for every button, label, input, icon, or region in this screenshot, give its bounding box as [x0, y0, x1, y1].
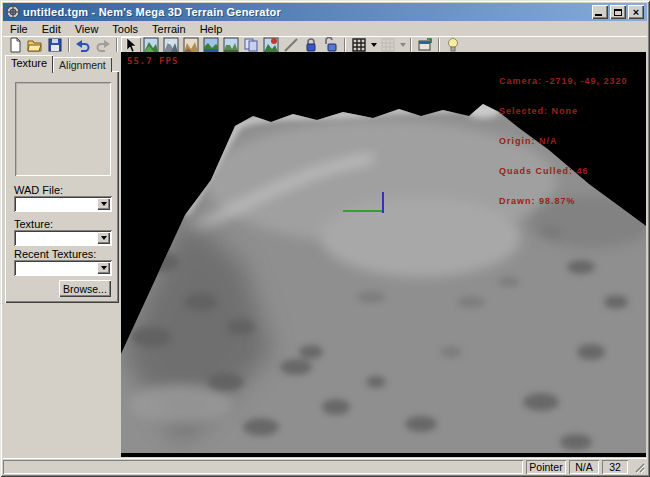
statusbar: Pointer N/A 32 [3, 458, 647, 474]
resize-grip[interactable] [633, 461, 645, 473]
app-window: untitled.tgm - Nem's Mega 3D Terrain Gen… [0, 0, 650, 477]
raise-terrain-button[interactable] [141, 37, 161, 54]
pointer-icon [123, 37, 139, 53]
canyon-terrain-button[interactable] [181, 37, 201, 54]
redo-button[interactable] [93, 37, 113, 54]
toolbar-separator [410, 38, 412, 52]
unlock-button[interactable] [321, 37, 341, 54]
menu-file[interactable]: File [3, 22, 35, 36]
lock-button[interactable] [301, 37, 321, 54]
titlebar[interactable]: untitled.tgm - Nem's Mega 3D Terrain Gen… [3, 3, 647, 21]
lighting-button[interactable] [443, 37, 463, 54]
texture-apply-icon [263, 37, 279, 53]
mountain-terrain-button[interactable] [161, 37, 181, 54]
close-button[interactable]: × [628, 5, 644, 19]
close-icon: × [633, 7, 639, 18]
recent-textures-value[interactable] [16, 262, 96, 274]
tab-alignment[interactable]: Alignment [53, 57, 112, 72]
toolbar-separator [68, 38, 70, 52]
texture-panel: Texture Alignment WAD File: Texture: Rec… [3, 53, 121, 458]
display-properties-icon [417, 37, 433, 53]
hud-selected: Selected: None [499, 106, 628, 116]
mountain-terrain-icon [163, 37, 179, 53]
canyon-terrain-icon [183, 37, 199, 53]
wad-file-value[interactable] [16, 198, 96, 210]
maximize-button[interactable] [610, 5, 626, 19]
new-file-icon [7, 37, 23, 53]
valley-terrain-button[interactable] [201, 37, 221, 54]
chevron-down-icon [371, 43, 377, 47]
chevron-down-icon [400, 43, 406, 47]
toolbar-separator [116, 38, 118, 52]
texture-tab-page: WAD File: Texture: Recent Textures: Brow… [5, 71, 119, 303]
maximize-icon [614, 9, 622, 16]
hud-origin: Origin: N/A [499, 136, 628, 146]
clone-tool-button[interactable] [241, 37, 261, 54]
status-bits-panel: 32 [602, 460, 628, 474]
menubar: File Edit View Tools Terrain Help [3, 21, 647, 36]
line-tool-icon [283, 37, 299, 53]
texture-preview [15, 82, 111, 176]
grid-icon [351, 37, 367, 53]
grid-dropdown-button[interactable] [369, 37, 378, 54]
unlock-icon [323, 37, 339, 53]
wad-file-dropdown-button[interactable] [97, 198, 110, 210]
panel-tabs: Texture Alignment [5, 55, 112, 72]
redo-icon [95, 37, 111, 53]
toolbar-separator [344, 38, 346, 52]
open-file-button[interactable] [25, 37, 45, 54]
texture-apply-button[interactable] [261, 37, 281, 54]
recent-textures-label: Recent Textures: [14, 248, 96, 260]
viewport-3d[interactable]: 55.7 FPS Camera: -2719, -49, 2320 Select… [121, 52, 646, 457]
display-properties-button[interactable] [415, 37, 435, 54]
subgrid-icon [380, 37, 396, 53]
status-message-panel [3, 460, 523, 474]
hud-quads-culled: Quads Culled: 46 [499, 166, 628, 176]
raise-terrain-icon [143, 37, 159, 53]
menu-terrain[interactable]: Terrain [145, 22, 193, 36]
fps-counter: 55.7 FPS [127, 56, 178, 66]
hud-camera: Camera: -2719, -49, 2320 [499, 76, 628, 86]
recent-textures-combobox[interactable] [14, 260, 112, 276]
plateau-terrain-button[interactable] [221, 37, 241, 54]
subgrid-button[interactable] [378, 37, 398, 54]
valley-terrain-icon [203, 37, 219, 53]
open-file-icon [27, 37, 43, 53]
chevron-down-icon [101, 202, 107, 206]
minimize-button[interactable] [592, 5, 608, 19]
browse-button[interactable]: Browse... [59, 280, 111, 297]
subgrid-dropdown-button[interactable] [398, 37, 407, 54]
toolbar [3, 36, 647, 53]
recent-textures-dropdown-button[interactable] [97, 262, 110, 274]
new-file-button[interactable] [5, 37, 25, 54]
menu-tools[interactable]: Tools [105, 22, 145, 36]
hud-drawn: Drawn: 98.87% [499, 196, 628, 206]
menu-help[interactable]: Help [193, 22, 230, 36]
line-tool-button[interactable] [281, 37, 301, 54]
texture-dropdown-button[interactable] [97, 232, 110, 244]
grid-button[interactable] [349, 37, 369, 54]
menu-view[interactable]: View [68, 22, 106, 36]
save-file-icon [47, 37, 63, 53]
window-title: untitled.tgm - Nem's Mega 3D Terrain Gen… [23, 6, 592, 18]
wad-file-label: WAD File: [14, 184, 63, 196]
texture-label: Texture: [14, 218, 53, 230]
undo-icon [75, 37, 91, 53]
light-bulb-icon [445, 37, 461, 53]
wad-file-combobox[interactable] [14, 196, 112, 212]
texture-value[interactable] [16, 232, 96, 244]
pointer-tool-button[interactable] [121, 37, 141, 54]
tab-texture[interactable]: Texture [5, 55, 53, 73]
app-icon[interactable] [6, 5, 20, 19]
status-na-panel: N/A [569, 460, 599, 474]
texture-combobox[interactable] [14, 230, 112, 246]
status-tool-panel: Pointer [526, 460, 566, 474]
chevron-down-icon [101, 236, 107, 240]
chevron-down-icon [101, 266, 107, 270]
menu-edit[interactable]: Edit [35, 22, 68, 36]
toolbar-separator [438, 38, 440, 52]
minimize-icon [595, 14, 602, 16]
hud-stats: Camera: -2719, -49, 2320 Selected: None … [499, 56, 628, 226]
save-file-button[interactable] [45, 37, 65, 54]
undo-button[interactable] [73, 37, 93, 54]
